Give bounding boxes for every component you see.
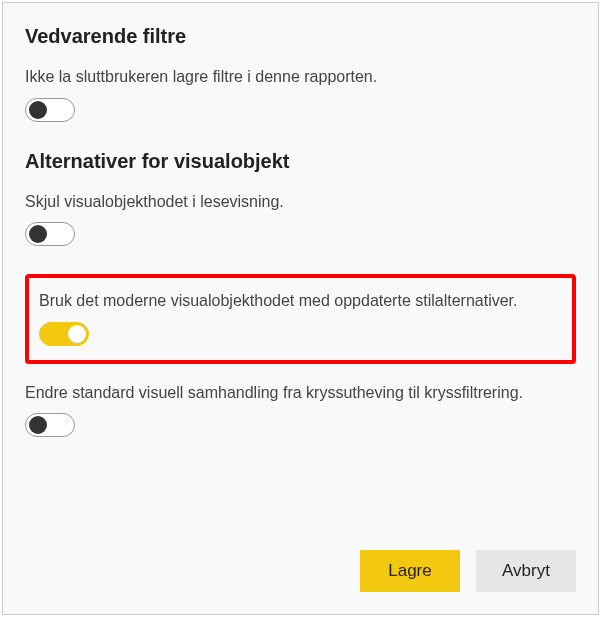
cancel-button[interactable]: Avbryt — [476, 550, 576, 592]
cross-filtering-toggle[interactable] — [25, 413, 75, 437]
toggle-knob — [29, 225, 47, 243]
save-button[interactable]: Lagre — [360, 550, 460, 592]
cross-filtering-label: Endre standard visuell samhandling fra k… — [25, 382, 576, 404]
option-cross-filtering: Endre standard visuell samhandling fra k… — [25, 382, 576, 438]
footer-buttons: Lagre Avbryt — [360, 550, 576, 592]
hide-visual-header-label: Skjul visualobjekthodet i lesevisning. — [25, 191, 576, 213]
highlight-modern-visual-header: Bruk det moderne visualobjekthodet med o… — [25, 274, 576, 364]
option-hide-visual-header: Skjul visualobjekthodet i lesevisning. — [25, 191, 576, 247]
section-visual-options: Alternativer for visualobjekt Skjul visu… — [25, 150, 576, 438]
section-persistent-filters: Vedvarende filtre Ikke la sluttbrukeren … — [25, 25, 576, 122]
prevent-save-filters-toggle[interactable] — [25, 98, 75, 122]
hide-visual-header-toggle[interactable] — [25, 222, 75, 246]
toggle-knob — [29, 416, 47, 434]
modern-visual-header-toggle[interactable] — [39, 322, 89, 346]
option-prevent-save-filters: Ikke la sluttbrukeren lagre filtre i den… — [25, 66, 576, 122]
settings-panel: Vedvarende filtre Ikke la sluttbrukeren … — [2, 2, 599, 615]
visual-options-title: Alternativer for visualobjekt — [25, 150, 576, 173]
persistent-filters-title: Vedvarende filtre — [25, 25, 576, 48]
modern-visual-header-label: Bruk det moderne visualobjekthodet med o… — [39, 290, 562, 312]
prevent-save-filters-label: Ikke la sluttbrukeren lagre filtre i den… — [25, 66, 576, 88]
toggle-knob — [29, 101, 47, 119]
toggle-knob — [68, 325, 86, 343]
option-modern-visual-header: Bruk det moderne visualobjekthodet med o… — [39, 290, 562, 346]
